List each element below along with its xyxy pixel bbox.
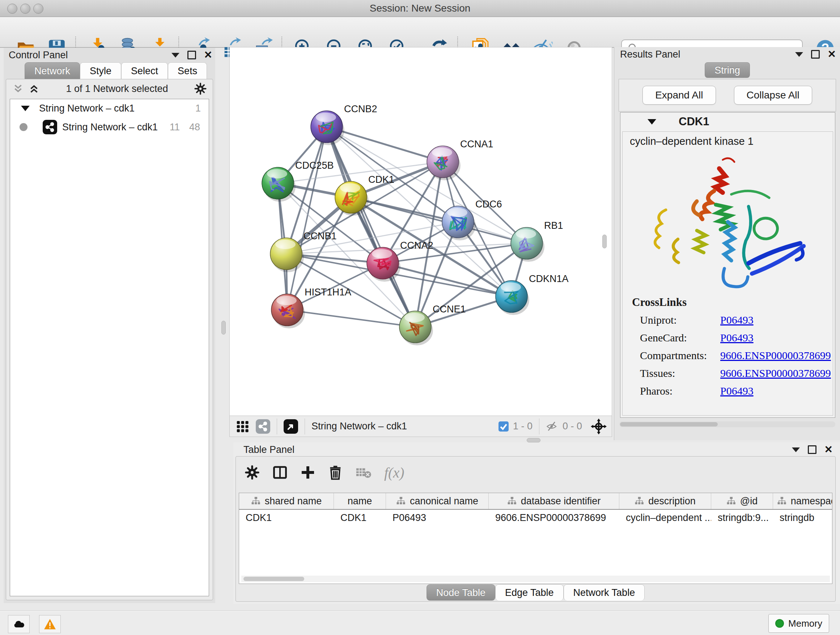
bottom-splitter-handle[interactable] [527,438,540,442]
crosslink-label: Tissues: [640,367,720,379]
panel-menu-icon[interactable] [172,53,180,57]
network-status-dot [19,123,27,131]
collection-expand-caret[interactable] [21,106,30,111]
table-cell[interactable]: CDK1 [334,512,386,524]
table-settings-gear-icon[interactable] [245,465,260,480]
network-list: String Network – cdk1 1 String Network –… [10,99,209,596]
network-node-CDKN1A[interactable]: CDKN1A [496,273,569,315]
table-cell[interactable]: 9606.ENSP00000378699 [489,512,619,524]
crosslink-label: Pharos: [640,385,720,397]
table-cell[interactable]: cyclin–dependent ... [619,512,711,524]
table-row[interactable]: CDK1CDK1P064939606.ENSP00000378699cyclin… [239,510,832,526]
tab-string[interactable]: String [705,62,750,78]
right-splitter-handle[interactable] [602,234,607,249]
network-node-RB1[interactable]: RB1 [511,220,563,262]
tab-node-table[interactable]: Node Table [426,584,495,600]
left-splitter-handle[interactable] [221,321,226,334]
add-column-plus-icon[interactable] [300,465,316,480]
column-header-canonical-name[interactable]: canonical name [386,493,489,509]
table-horizontal-scrollbar[interactable] [241,576,830,582]
crosslink-link[interactable]: P06493 [720,314,753,326]
memory-status-dot [775,619,784,628]
results-actions: Expand All Collapse All [619,79,836,111]
table-toolbar: f(x) [245,462,404,483]
panel-menu-icon[interactable] [795,52,803,57]
network-node-HIST1H1A[interactable]: HIST1H1A [271,287,351,328]
warning-button[interactable] [39,615,61,633]
node-label-RB1: RB1 [544,220,563,231]
collection-label: String Network – cdk1 [39,103,134,114]
crosslink-row: Tissues:9606.ENSP00000378699 [632,367,833,379]
control-panel-title: Control Panel [9,50,68,61]
cloud-button[interactable] [8,615,30,633]
column-tree-icon [507,496,516,506]
function-builder-icon: f(x) [384,464,404,481]
string-app-icon [43,120,57,134]
protein-structure-image [643,149,813,295]
network-row-selected[interactable]: String Network – cdk1 11 48 [10,117,209,137]
results-horizontal-scrollbar[interactable] [619,421,835,427]
gene-collapse-caret[interactable] [647,119,656,125]
show-columns-icon[interactable] [272,464,288,480]
selected-counts: 1 - 0 [513,421,532,432]
table-cell[interactable]: CDK1 [239,512,334,524]
column-header-description[interactable]: description [619,493,711,509]
gene-symbol: CDK1 [679,115,709,128]
panel-float-icon[interactable] [808,445,816,454]
expand-all-button[interactable]: Expand All [643,86,715,105]
tab-sets[interactable]: Sets [168,62,207,79]
panel-float-icon[interactable] [187,51,196,59]
gear-icon[interactable] [194,82,207,95]
network-node-CCNA1[interactable]: CCNA1 [427,139,493,180]
column-tree-icon [777,496,786,506]
tab-edge-table[interactable]: Edge Table [495,584,564,600]
crosslink-row: Uniprot:P06493 [632,314,833,326]
selected-checkbox-icon[interactable] [498,421,509,432]
tab-style[interactable]: Style [80,62,121,79]
warning-icon [44,618,56,630]
collection-count: 1 [195,103,201,114]
collapse-all-button[interactable]: Collapse All [734,86,812,105]
memory-button[interactable]: Memory [768,614,829,633]
column-header--id[interactable]: @id [711,493,773,509]
open-in-window-icon[interactable] [284,419,298,434]
table-cell[interactable]: stringdb [773,512,832,524]
table-panel-title: Table Panel [243,444,294,455]
panel-menu-icon[interactable] [792,448,800,452]
panel-close-icon[interactable]: ✕ [828,51,836,58]
fit-content-crosshair-icon[interactable] [591,418,607,434]
node-label-CCNA2: CCNA2 [400,240,433,251]
crosslink-link[interactable]: P06493 [720,385,753,397]
table-panel: Table Panel ✕ [233,442,840,604]
column-header-namespace[interactable]: namespace [773,493,832,509]
panel-close-icon[interactable]: ✕ [204,51,212,59]
panel-close-icon[interactable]: ✕ [824,446,833,453]
hidden-eye-icon [546,420,559,433]
column-header-shared-name[interactable]: shared name [239,493,334,509]
birdseye-grid-icon[interactable] [235,419,250,434]
crosslink-label: Compartments: [640,349,720,362]
delete-column-trash-icon[interactable] [328,465,343,480]
tab-network[interactable]: Network [25,62,80,79]
network-node-CCNE1[interactable]: CCNE1 [399,304,466,345]
column-header-name[interactable]: name [334,493,386,509]
tab-network-table[interactable]: Network Table [564,584,645,600]
expand-all-chevron-icon[interactable] [28,82,40,95]
column-header-database-identifier[interactable]: database identifier [489,493,619,509]
node-label-CDK1: CDK1 [368,174,394,185]
panel-float-icon[interactable] [811,50,820,59]
tab-select[interactable]: Select [121,62,168,79]
network-selection-status: 1 of 1 Network selected [40,83,194,95]
column-tree-icon [726,496,736,506]
memory-label: Memory [788,618,822,629]
crosslink-link[interactable]: 9606.ENSP00000378699 [720,349,831,362]
collapse-all-chevron-icon[interactable] [12,82,24,95]
crosslink-link[interactable]: 9606.ENSP00000378699 [720,367,831,379]
crosslink-link[interactable]: P06493 [720,332,753,344]
network-collection-row[interactable]: String Network – cdk1 1 [10,99,209,117]
network-canvas[interactable]: CCNB2CCNA1CDC25BCDK1CDC6RB1CCNB1CCNA2CDK… [229,47,612,416]
table-cell[interactable]: stringdb:9... [711,512,773,524]
column-tree-icon [251,496,261,506]
network-node-CCNB1[interactable]: CCNB1 [270,231,337,272]
table-cell[interactable]: P06493 [386,512,489,524]
